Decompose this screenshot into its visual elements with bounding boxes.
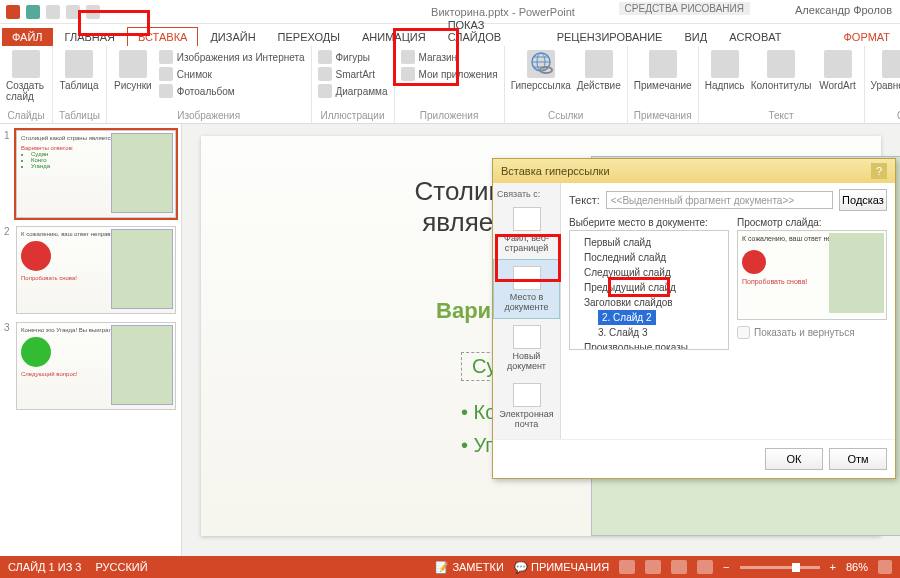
tree-slide-titles[interactable]: Заголовки слайдов bbox=[574, 295, 724, 310]
chart-icon bbox=[318, 84, 332, 98]
shapes-button[interactable]: Фигуры bbox=[318, 50, 388, 64]
new-slide-icon bbox=[12, 50, 40, 78]
reading-view-icon[interactable] bbox=[671, 560, 687, 574]
sad-face-icon bbox=[21, 241, 51, 271]
slide-counter[interactable]: СЛАЙД 1 ИЗ 3 bbox=[8, 561, 81, 573]
display-text-input[interactable] bbox=[606, 191, 833, 209]
insert-hyperlink-dialog: Вставка гиперссылки ? Связать с: Файл, в… bbox=[492, 158, 896, 479]
header-footer-icon bbox=[767, 50, 795, 78]
zoom-level[interactable]: 86% bbox=[846, 561, 868, 573]
table-icon bbox=[65, 50, 93, 78]
header-footer-button[interactable]: Колонтитулы bbox=[751, 50, 812, 91]
link-to-new-document[interactable]: Новый документ bbox=[493, 319, 560, 377]
status-bar: СЛАЙД 1 ИЗ 3 РУССКИЙ 📝 ЗАМЕТКИ 💬 ПРИМЕЧА… bbox=[0, 556, 900, 578]
normal-view-icon[interactable] bbox=[619, 560, 635, 574]
store-icon bbox=[401, 50, 415, 64]
thumbnail-1[interactable]: Столицей какой страны является город Кам… bbox=[16, 130, 176, 218]
online-pictures-icon bbox=[159, 50, 173, 64]
store-button[interactable]: Магазин bbox=[401, 50, 498, 64]
photo-album-button[interactable]: Фотоальбом bbox=[159, 84, 305, 98]
comment-button[interactable]: Примечание bbox=[634, 50, 692, 91]
dialog-title: Вставка гиперссылки bbox=[501, 165, 610, 177]
notes-toggle[interactable]: 📝 ЗАМЕТКИ bbox=[435, 561, 504, 574]
tab-design[interactable]: ДИЗАЙН bbox=[200, 28, 265, 46]
ok-button[interactable]: ОК bbox=[765, 448, 823, 470]
table-button[interactable]: Таблица bbox=[59, 50, 99, 91]
tree-slide-3[interactable]: 3. Слайд 3 bbox=[574, 325, 724, 340]
email-icon bbox=[513, 383, 541, 407]
link-to-email[interactable]: Электронная почта bbox=[493, 377, 560, 435]
start-slideshow-icon[interactable] bbox=[86, 5, 100, 19]
chart-button[interactable]: Диаграмма bbox=[318, 84, 388, 98]
file-web-icon bbox=[513, 207, 541, 231]
online-pictures-button[interactable]: Изображения из Интернета bbox=[159, 50, 305, 64]
equation-button[interactable]: Уравнение bbox=[871, 50, 901, 91]
link-to-place-in-document[interactable]: Место в документе bbox=[493, 259, 560, 319]
sad-face-icon bbox=[742, 250, 766, 274]
smartart-button[interactable]: SmartArt bbox=[318, 67, 388, 81]
screenshot-button[interactable]: Снимок bbox=[159, 67, 305, 81]
new-slide-button[interactable]: Создать слайд bbox=[6, 50, 46, 102]
fit-to-window-icon[interactable] bbox=[878, 560, 892, 574]
tab-review[interactable]: РЕЦЕНЗИРОВАНИЕ bbox=[547, 28, 673, 46]
save-icon[interactable] bbox=[26, 5, 40, 19]
tab-slideshow[interactable]: ПОКАЗ СЛАЙДОВ bbox=[438, 16, 545, 46]
redo-icon[interactable] bbox=[66, 5, 80, 19]
thumbnail-2[interactable]: К сожалению, ваш ответ неправильный Попр… bbox=[16, 226, 176, 314]
map-thumbnail-icon bbox=[111, 325, 173, 405]
tab-animations[interactable]: АНИМАЦИЯ bbox=[352, 28, 436, 46]
tree-prev-slide[interactable]: Предыдущий слайд bbox=[574, 280, 724, 295]
shapes-icon bbox=[318, 50, 332, 64]
map-thumbnail-icon bbox=[111, 133, 173, 213]
slide-thumbnails-panel: 1 Столицей какой страны является город К… bbox=[0, 124, 182, 556]
textbox-icon bbox=[711, 50, 739, 78]
thumbnail-3[interactable]: Конечно это Уганда! Вы выиграли! Следующ… bbox=[16, 322, 176, 410]
screenshot-icon bbox=[159, 67, 173, 81]
quick-access-toolbar bbox=[0, 5, 106, 19]
signed-in-user[interactable]: Александр Фролов bbox=[795, 4, 892, 16]
tree-last-slide[interactable]: Последний слайд bbox=[574, 250, 724, 265]
dialog-help-icon[interactable]: ? bbox=[871, 163, 887, 179]
undo-icon[interactable] bbox=[46, 5, 60, 19]
contextual-tab-group: СРЕДСТВА РИСОВАНИЯ bbox=[619, 2, 750, 15]
tab-file[interactable]: ФАЙЛ bbox=[2, 28, 53, 46]
apps-icon bbox=[401, 67, 415, 81]
happy-face-icon bbox=[21, 337, 51, 367]
tree-next-slide[interactable]: Следующий слайд bbox=[574, 265, 724, 280]
ribbon-tabs: ФАЙЛ ГЛАВНАЯ ВСТАВКА ДИЗАЙН ПЕРЕХОДЫ АНИ… bbox=[0, 24, 900, 46]
hyperlink-button[interactable]: Гиперссылка bbox=[511, 50, 571, 91]
tree-slide-2-selected[interactable]: 2. Слайд 2 bbox=[598, 310, 656, 325]
my-apps-button[interactable]: Мои приложения bbox=[401, 67, 498, 81]
tab-acrobat[interactable]: ACROBAT bbox=[719, 28, 791, 46]
zoom-out-button[interactable]: − bbox=[723, 561, 729, 573]
equation-icon bbox=[882, 50, 900, 78]
tab-home[interactable]: ГЛАВНАЯ bbox=[55, 28, 125, 46]
sorter-view-icon[interactable] bbox=[645, 560, 661, 574]
tree-first-slide[interactable]: Первый слайд bbox=[574, 235, 724, 250]
action-icon bbox=[585, 50, 613, 78]
tree-custom-shows[interactable]: Произвольные показы bbox=[574, 340, 724, 350]
link-to-web[interactable]: Файл, веб-страницей bbox=[493, 201, 560, 259]
tab-format[interactable]: ФОРМАТ bbox=[834, 28, 901, 46]
document-places-tree[interactable]: Первый слайд Последний слайд Следующий с… bbox=[569, 230, 729, 350]
textbox-button[interactable]: Надпись bbox=[705, 50, 745, 91]
slideshow-view-icon[interactable] bbox=[697, 560, 713, 574]
map-preview-icon bbox=[829, 233, 884, 313]
comments-toggle[interactable]: 💬 ПРИМЕЧАНИЯ bbox=[514, 561, 609, 574]
cancel-button[interactable]: Отм bbox=[829, 448, 887, 470]
zoom-in-button[interactable]: + bbox=[830, 561, 836, 573]
comment-icon bbox=[649, 50, 677, 78]
link-to-panel: Связать с: Файл, веб-страницей Место в д… bbox=[493, 183, 561, 439]
zoom-slider[interactable] bbox=[740, 566, 820, 569]
tab-transitions[interactable]: ПЕРЕХОДЫ bbox=[268, 28, 350, 46]
tab-insert[interactable]: ВСТАВКА bbox=[127, 27, 198, 46]
wordart-button[interactable]: WordArt bbox=[818, 50, 858, 91]
tab-view[interactable]: ВИД bbox=[674, 28, 717, 46]
pictures-button[interactable]: Рисунки bbox=[113, 50, 153, 91]
wordart-icon bbox=[824, 50, 852, 78]
action-button[interactable]: Действие bbox=[577, 50, 621, 91]
dialog-titlebar[interactable]: Вставка гиперссылки ? bbox=[493, 159, 895, 183]
screentip-button[interactable]: Подсказ bbox=[839, 189, 887, 211]
language-indicator[interactable]: РУССКИЙ bbox=[95, 561, 147, 573]
show-and-return-checkbox[interactable]: Показать и вернуться bbox=[737, 326, 887, 339]
